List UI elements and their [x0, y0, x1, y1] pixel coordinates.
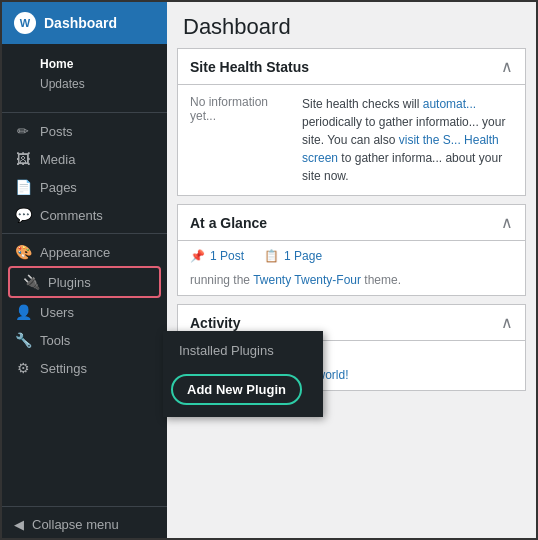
- main-content: Dashboard Site Health Status ∧ No inform…: [167, 2, 536, 538]
- comments-icon: 💬: [14, 207, 32, 223]
- sidebar: W Dashboard Home Updates ✏ Posts 🖼 Media…: [2, 2, 167, 538]
- sidebar-bottom: ◀ Collapse menu: [2, 502, 167, 538]
- sidebar-item-plugins[interactable]: 🔌 Plugins: [8, 266, 161, 298]
- site-health-header: Site Health Status ∧: [178, 49, 525, 85]
- add-new-plugin-wrapper: Add New Plugin: [163, 366, 323, 413]
- sidebar-label-tools: Tools: [40, 333, 70, 348]
- site-health-info-text: Site health checks will automat... perio…: [302, 95, 513, 185]
- page-icon: 📋: [264, 249, 279, 263]
- sidebar-label-plugins: Plugins: [48, 275, 91, 290]
- at-a-glance-body: 📌 1 Post 📋 1 Page: [178, 241, 525, 271]
- sidebar-item-settings[interactable]: ⚙ Settings: [2, 354, 167, 382]
- at-a-glance-widget: At a Glance ∧ 📌 1 Post 📋 1 Page running …: [177, 204, 526, 296]
- sidebar-title: Dashboard: [44, 15, 117, 31]
- sidebar-item-appearance[interactable]: 🎨 Appearance: [2, 238, 167, 266]
- sidebar-label-settings: Settings: [40, 361, 87, 376]
- plugins-icon: 🔌: [22, 274, 40, 290]
- sidebar-label-posts: Posts: [40, 124, 73, 139]
- site-health-body: No information yet... Site health checks…: [178, 85, 525, 195]
- at-a-glance-title: At a Glance: [190, 215, 267, 231]
- sidebar-item-tools[interactable]: 🔧 Tools: [2, 326, 167, 354]
- activity-title: Activity: [190, 315, 241, 331]
- installed-plugins-item[interactable]: Installed Plugins: [163, 335, 323, 366]
- sidebar-item-home[interactable]: Home: [40, 54, 167, 74]
- site-health-title: Site Health Status: [190, 59, 309, 75]
- sidebar-item-comments[interactable]: 💬 Comments: [2, 201, 167, 229]
- no-info-text: No information yet...: [190, 95, 290, 123]
- pages-icon: 📄: [14, 179, 32, 195]
- site-health-widget: Site Health Status ∧ No information yet.…: [177, 48, 526, 196]
- users-icon: 👤: [14, 304, 32, 320]
- settings-icon: ⚙: [14, 360, 32, 376]
- plugin-dropdown: Installed Plugins Add New Plugin: [163, 331, 323, 417]
- sidebar-label-comments: Comments: [40, 208, 103, 223]
- app-wrapper: W Dashboard Home Updates ✏ Posts 🖼 Media…: [0, 0, 538, 540]
- theme-link[interactable]: Twenty Twenty-Four: [253, 273, 361, 287]
- page-title: Dashboard: [167, 2, 536, 48]
- site-health-toggle[interactable]: ∧: [501, 57, 513, 76]
- sidebar-label-appearance: Appearance: [40, 245, 110, 260]
- sidebar-item-pages[interactable]: 📄 Pages: [2, 173, 167, 201]
- page-count-link[interactable]: 1 Page: [284, 249, 322, 263]
- sidebar-item-updates[interactable]: Updates: [40, 74, 167, 94]
- post-count-link[interactable]: 1 Post: [210, 249, 244, 263]
- wp-logo-icon: W: [14, 12, 36, 34]
- theme-suffix: theme.: [364, 273, 401, 287]
- appearance-icon: 🎨: [14, 244, 32, 260]
- theme-line: running the Twenty Twenty-Four theme.: [178, 271, 525, 295]
- collapse-menu-button[interactable]: ◀ Collapse menu: [2, 511, 167, 538]
- collapse-icon: ◀: [14, 517, 24, 532]
- media-icon: 🖼: [14, 151, 32, 167]
- sidebar-item-posts[interactable]: ✏ Posts: [2, 117, 167, 145]
- sidebar-label-pages: Pages: [40, 180, 77, 195]
- activity-toggle[interactable]: ∧: [501, 313, 513, 332]
- visit-health-link[interactable]: visit the S... Health screen: [302, 133, 499, 165]
- at-a-glance-header: At a Glance ∧: [178, 205, 525, 241]
- divider-1: [2, 112, 167, 113]
- divider-3: [2, 506, 167, 507]
- posts-icon: ✏: [14, 123, 32, 139]
- collapse-label: Collapse menu: [32, 517, 119, 532]
- home-section: Home Updates: [2, 44, 167, 108]
- page-count-item: 📋 1 Page: [264, 249, 322, 263]
- sidebar-item-users[interactable]: 👤 Users: [2, 298, 167, 326]
- divider-2: [2, 233, 167, 234]
- post-icon: 📌: [190, 249, 205, 263]
- automate-link[interactable]: automat...: [423, 97, 476, 111]
- at-a-glance-toggle[interactable]: ∧: [501, 213, 513, 232]
- sidebar-label-media: Media: [40, 152, 75, 167]
- add-new-plugin-item[interactable]: Add New Plugin: [171, 374, 302, 405]
- sidebar-header[interactable]: W Dashboard: [2, 2, 167, 44]
- sidebar-item-media[interactable]: 🖼 Media: [2, 145, 167, 173]
- theme-running-text: running the: [190, 273, 253, 287]
- post-count-item: 📌 1 Post: [190, 249, 244, 263]
- sidebar-label-users: Users: [40, 305, 74, 320]
- tools-icon: 🔧: [14, 332, 32, 348]
- home-submenu: Home Updates: [2, 52, 167, 100]
